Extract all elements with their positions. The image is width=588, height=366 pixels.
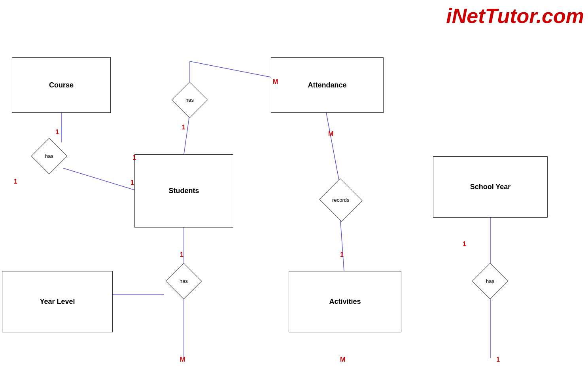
cardinality-1-students-top: 1 [132,154,136,161]
entity-course: Course [12,57,111,113]
entity-year-level: Year Level [2,271,113,332]
cardinality-m-yearlevel-bottom: M [180,356,185,363]
cardinality-1-records-bottom: 1 [340,251,344,258]
svg-line-4 [184,113,190,154]
entity-attendance: Attendance [271,57,384,113]
relationship-has-course-student: has [31,138,68,174]
svg-line-1 [63,168,134,190]
relationship-has-attendance-student: has [172,82,208,118]
relationship-has-school-year: has [472,263,509,300]
cardinality-1-students-bottom: 1 [180,251,183,258]
cardinality-1-course: 1 [55,129,59,136]
cardinality-m-activities-bottom: M [340,356,345,363]
svg-line-3 [190,61,271,77]
cardinality-1-students-from-course: 1 [130,179,134,186]
relationship-has-student-year: has [166,263,202,300]
entity-students: Students [134,154,233,228]
cardinality-1-schoolyear-top: 1 [463,241,466,248]
watermark: iNetTutor.com [446,4,584,28]
cardinality-1-attendance-bottom: 1 [182,124,185,131]
entity-activities: Activities [289,271,401,332]
svg-line-6 [340,216,344,271]
relationship-records: records [319,178,363,222]
cardinality-m-records-top: M [328,131,333,138]
cardinality-1-schoolyear-bottom: 1 [496,356,500,363]
svg-line-5 [326,113,340,186]
entity-school-year: School Year [433,156,548,218]
cardinality-m-attendance-top: M [273,78,278,85]
cardinality-1-course-left: 1 [14,178,17,185]
